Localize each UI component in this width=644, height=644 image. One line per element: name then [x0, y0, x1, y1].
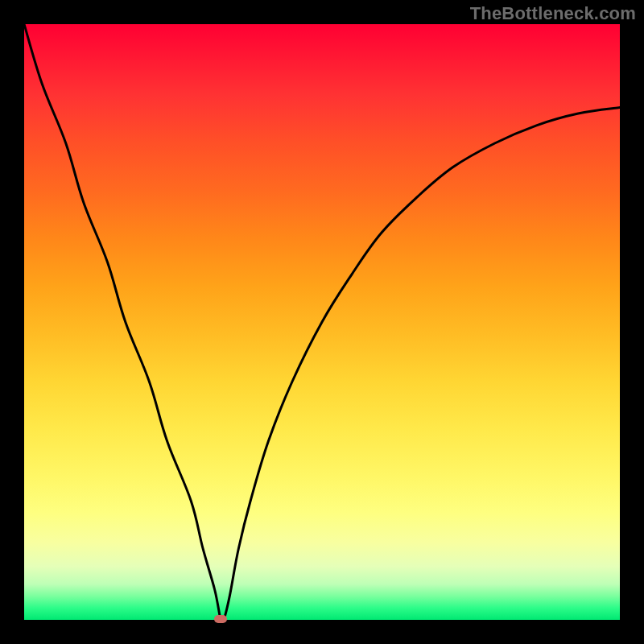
watermark-text: TheBottleneck.com — [470, 3, 636, 24]
chart-frame: TheBottleneck.com — [0, 0, 644, 644]
curve-svg — [24, 24, 620, 620]
plot-area — [24, 24, 620, 620]
minimum-marker — [214, 615, 227, 623]
bottleneck-curve — [24, 24, 620, 620]
